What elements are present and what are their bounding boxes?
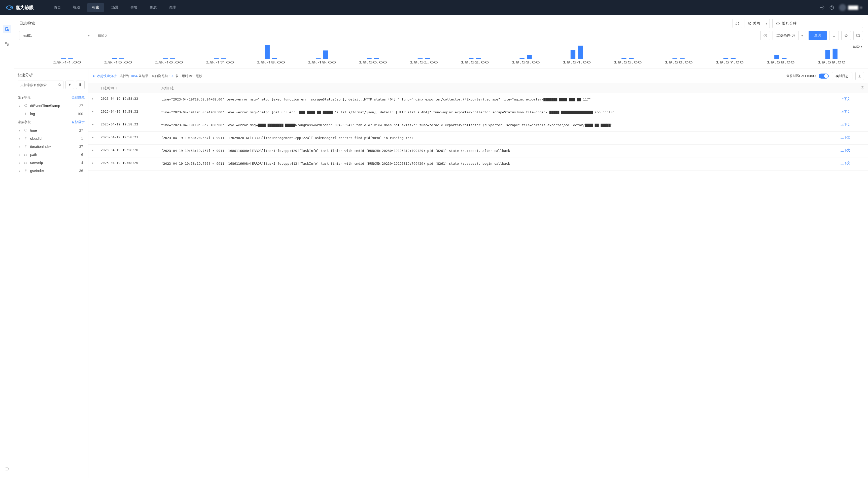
show-all-link[interactable]: 全部显示 [71,120,85,124]
field-count: 27 [79,104,83,108]
query-button[interactable]: 查询 [809,31,827,40]
col-raw-header: 原始日志 [158,83,837,93]
field-item[interactable]: tlog100 [18,110,85,118]
nav-item[interactable]: 场景 [106,3,123,12]
source-select[interactable]: test01 ▾ [19,31,92,40]
timezone-toggle[interactable] [819,73,829,79]
svg-rect-24 [374,58,379,59]
svg-rect-7 [7,45,8,46]
svg-rect-19 [265,45,270,59]
collapse-icon [92,74,96,78]
context-link[interactable]: 上下文 [841,123,850,126]
svg-rect-34 [629,58,633,59]
rail-log-search[interactable] [3,25,11,33]
svg-rect-30 [527,55,532,59]
quick-analysis-title: 快速分析 [18,73,85,78]
collapse-panel-link[interactable]: 收起快速分析 [92,74,117,78]
context-link[interactable]: 上下文 [841,97,850,101]
time-range-picker[interactable]: 近15分钟 [772,19,863,28]
show-fields-label: 显示字段 [18,95,31,100]
content: 快速分析 显示字段 全部隐藏 ▸d [14,68,868,478]
field-item[interactable]: ▸#gseIndex36 [18,167,85,175]
field-count: 6 [81,153,83,157]
nav-item[interactable]: 首页 [49,3,66,12]
svg-rect-20 [272,58,277,59]
rail-expand[interactable] [3,465,11,473]
chart-mode-select[interactable]: auto ▾ [853,44,863,48]
rail-item-2[interactable] [3,40,11,48]
expand-row[interactable]: ▸ [88,132,97,145]
save-search-button[interactable] [829,31,839,40]
nav-item[interactable]: 视图 [68,3,85,12]
svg-point-0 [6,6,13,9]
help-icon[interactable] [830,5,834,10]
context-link[interactable]: 上下文 [841,148,850,152]
settings-icon[interactable] [820,5,825,10]
expand-row[interactable]: ▸ [88,119,97,132]
expand-row[interactable]: ▸ [88,93,97,106]
query-help-button[interactable] [761,31,770,40]
nav-item[interactable]: 管理 [164,3,181,12]
search-input[interactable] [95,31,761,40]
folder-icon [856,33,860,37]
download-button[interactable] [856,72,864,80]
svg-point-2 [822,7,823,8]
nav-item[interactable]: 告警 [125,3,143,12]
filter-button[interactable]: 过滤条件(0) [773,31,799,40]
source-value: test01 [23,33,32,37]
hide-all-link[interactable]: 全部隐藏 [71,95,85,100]
svg-text:19:50:00: 19:50:00 [359,61,387,64]
user-menu[interactable]: ████ ▾ [839,4,862,11]
gear-icon[interactable] [861,86,865,90]
svg-text:19:44:00: 19:44:00 [53,61,81,64]
field-item[interactable]: ▸strpath6 [18,151,85,159]
log-raw: [2023-04-19 19:58:20.367] < 9911--170290… [158,132,837,145]
expand-row[interactable]: ▸ [88,145,97,157]
context-link[interactable]: 上下文 [841,110,850,114]
realtime-button[interactable]: 实时日志 [832,72,852,80]
field-search-input[interactable] [18,81,63,89]
log-table: 日志时间 ▲▼ 原始日志 ▸2023-04-19 19:58:32time="2… [88,83,868,171]
field-item[interactable]: ▸strserverIp4 [18,159,85,167]
header-right: ████ ▾ [820,4,862,11]
context-link[interactable]: 上下文 [841,161,850,165]
log-table-wrap[interactable]: 日志时间 ▲▼ 原始日志 ▸2023-04-19 19:58:32time="2… [88,83,868,478]
table-row: ▸2023-04-19 19:58:32time="2023-04-19T19:… [88,119,868,132]
nav-item[interactable]: 检索 [87,3,104,12]
filter-icon-button[interactable] [65,81,74,89]
caret-right-icon: ▸ [19,153,22,156]
filter-more-button[interactable]: ▾ [799,31,806,40]
expand-row[interactable]: ▸ [88,157,97,170]
expand-row[interactable]: ▸ [88,106,97,119]
field-item[interactable]: ▸time27 [18,126,85,135]
svg-text:19:46:00: 19:46:00 [155,61,183,64]
download-icon [858,74,862,78]
field-item[interactable]: ▸dtEventTimeStamp27 [18,102,85,110]
col-time-header[interactable]: 日志时间 ▲▼ [97,83,158,93]
svg-rect-26 [425,58,430,59]
field-item[interactable]: ▸#cloudId1 [18,135,85,143]
chevron-down-icon: ▾ [860,5,862,9]
svg-point-59 [58,84,60,86]
caret-right-icon: ▸ [19,104,22,107]
field-count: 4 [81,161,83,165]
svg-text:19:59:00: 19:59:00 [817,61,845,64]
svg-rect-35 [672,58,677,59]
log-time: 2023-04-19 19:58:20 [97,145,158,157]
svg-rect-29 [520,58,524,59]
svg-rect-15 [163,58,168,59]
context-link[interactable]: 上下文 [841,136,850,139]
svg-rect-22 [323,50,328,59]
refresh-button[interactable] [733,19,742,28]
field-type-icon [23,104,28,108]
logo[interactable]: 嘉为鲸眼 [6,4,34,11]
query-row: test01 ▾ 过滤条件(0) ▾ 查询 [14,31,868,44]
field-item[interactable]: ▸#iterationIndex37 [18,143,85,151]
autoupdate-select[interactable]: 关闭 ▾ [745,19,770,28]
folder-button[interactable] [854,31,863,40]
field-type-icon: # [23,169,28,173]
svg-text:19:54:00: 19:54:00 [562,61,591,64]
favorite-button[interactable] [841,31,851,40]
nav-item[interactable]: 集成 [145,3,162,12]
doc-icon-button[interactable] [76,81,85,89]
